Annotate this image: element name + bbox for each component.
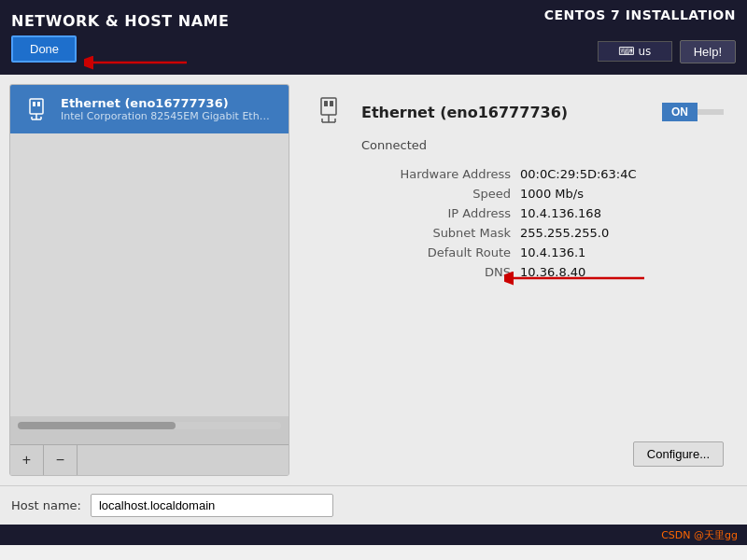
page-title: NETWORK & HOST NAME xyxy=(11,12,229,30)
scrollbar-track xyxy=(18,422,281,429)
page-wrapper: NETWORK & HOST NAME Done CENTOS 7 INSTAL… xyxy=(0,0,747,560)
footer: CSDN @天里gg xyxy=(0,525,747,545)
bottom-bar: Host name: xyxy=(0,485,747,525)
list-controls: + − xyxy=(10,444,289,475)
keyboard-icon: ⌨ xyxy=(618,45,634,58)
subnet-mask-label: Subnet Mask xyxy=(313,226,511,240)
right-panel: Ethernet (eno16777736) ON Connected Hard… xyxy=(299,84,738,476)
add-network-button[interactable]: + xyxy=(10,445,44,475)
hardware-address-value: 00:0C:29:5D:63:4C xyxy=(520,167,724,181)
network-item-desc: Intel Corporation 82545EM Gigabit Ethern… xyxy=(61,110,275,122)
svg-rect-0 xyxy=(30,99,43,114)
keyboard-lang: us xyxy=(638,45,651,58)
hostname-input[interactable] xyxy=(91,494,333,517)
svg-rect-9 xyxy=(330,101,333,106)
toggle-on-button[interactable]: ON xyxy=(662,103,698,121)
ethernet-list-icon xyxy=(21,94,51,124)
left-panel: Ethernet (eno16777736) Intel Corporation… xyxy=(9,84,289,476)
svg-rect-7 xyxy=(321,98,336,115)
ip-address-label: IP Address xyxy=(313,206,511,220)
speed-value: 1000 Mb/s xyxy=(520,187,724,201)
installation-title: CENTOS 7 INSTALLATION xyxy=(544,7,736,22)
svg-rect-2 xyxy=(37,102,40,106)
hostname-label: Host name: xyxy=(11,498,81,512)
ethernet-detail-name: Ethernet (eno16777736) xyxy=(361,104,568,121)
dns-value: 10.36.8.40 xyxy=(520,265,724,279)
default-route-value: 10.4.136.1 xyxy=(520,245,724,259)
header-controls: ⌨ us Help! xyxy=(598,40,736,63)
eth-connected-status: Connected xyxy=(361,138,724,152)
default-route-label: Default Route xyxy=(313,245,511,259)
toggle-off-button[interactable] xyxy=(698,109,724,115)
network-item-info: Ethernet (eno16777736) Intel Corporation… xyxy=(61,96,275,122)
eth-header: Ethernet (eno16777736) ON xyxy=(313,93,724,131)
network-item[interactable]: Ethernet (eno16777736) Intel Corporation… xyxy=(10,85,289,133)
ip-address-value: 10.4.136.168 xyxy=(520,206,724,220)
main-content: Ethernet (eno16777736) Intel Corporation… xyxy=(0,75,747,485)
subnet-mask-value: 255.255.255.0 xyxy=(520,226,724,240)
configure-button[interactable]: Configure... xyxy=(633,441,724,467)
speed-label: Speed xyxy=(313,187,511,201)
hardware-address-label: Hardware Address xyxy=(313,167,511,181)
scrollbar-thumb xyxy=(18,422,176,429)
svg-rect-8 xyxy=(324,101,328,106)
header-left: NETWORK & HOST NAME Done xyxy=(11,12,229,63)
dns-label: DNS xyxy=(313,265,511,279)
done-button[interactable]: Done xyxy=(11,35,77,63)
keyboard-indicator[interactable]: ⌨ us xyxy=(598,41,672,62)
info-table: Hardware Address 00:0C:29:5D:63:4C Speed… xyxy=(313,167,724,279)
header: NETWORK & HOST NAME Done CENTOS 7 INSTAL… xyxy=(0,0,747,75)
network-list: Ethernet (eno16777736) Intel Corporation… xyxy=(10,85,289,416)
help-button[interactable]: Help! xyxy=(680,40,736,63)
remove-network-button[interactable]: − xyxy=(44,445,78,475)
svg-rect-1 xyxy=(33,102,35,106)
network-item-name: Ethernet (eno16777736) xyxy=(61,96,275,110)
toggle-container: ON xyxy=(662,103,724,121)
footer-text: CSDN @天里gg xyxy=(661,528,738,542)
ethernet-detail-icon xyxy=(313,93,350,131)
scrollbar-area xyxy=(10,416,289,444)
